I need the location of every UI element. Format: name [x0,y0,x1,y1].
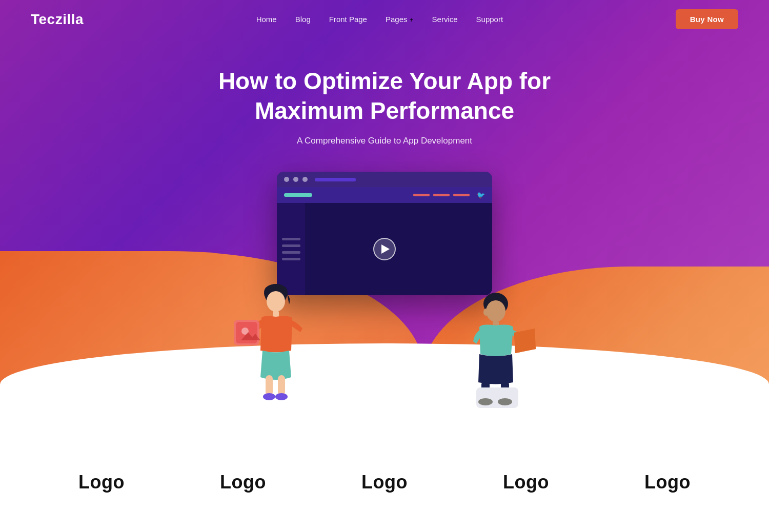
sidebar-line-4 [282,258,300,260]
site-logo[interactable]: Teczilla [31,11,84,28]
nav-item-home[interactable]: Home [256,15,277,24]
svg-point-9 [263,393,275,400]
nav-item-service[interactable]: Service [432,15,458,24]
nav-link-pages[interactable]: Pages [386,15,408,24]
svg-point-12 [486,300,505,322]
nav-item-frontpage[interactable]: Front Page [329,15,367,24]
hero-content: How to Optimize Your App for Maximum Per… [210,0,559,295]
navbar: Teczilla Home Blog Front Page Pages Serv… [0,0,769,38]
svg-point-13 [483,309,489,316]
sidebar-line-2 [282,244,300,247]
play-button[interactable] [373,238,396,260]
browser-nav-line-1 [413,194,430,196]
character-left [231,275,323,415]
svg-rect-8 [278,375,285,396]
browser-nav-lines [413,194,470,196]
hero-title: How to Optimize Your App for Maximum Per… [210,67,559,126]
logo-item-2: Logo [220,472,266,493]
nav-link-blog[interactable]: Blog [295,15,311,24]
browser-dot-1 [284,177,289,182]
browser-dot-3 [302,177,308,182]
wave-white [0,343,769,446]
character-right [454,288,538,418]
nav-link-support[interactable]: Support [476,15,503,24]
nav-item-pages[interactable]: Pages [386,15,414,24]
nav-item-support[interactable]: Support [476,15,503,24]
nav-links: Home Blog Front Page Pages Service Suppo… [256,15,503,24]
svg-point-18 [478,398,493,405]
nav-link-service[interactable]: Service [432,15,458,24]
play-triangle-icon [381,244,390,254]
browser-titlebar [277,172,492,187]
svg-point-1 [267,291,285,312]
browser-nav-line-2 [433,194,450,196]
nav-link-home[interactable]: Home [256,15,277,24]
buy-now-button[interactable]: Buy Now [676,9,738,29]
browser-toolbar: 🐦 [277,187,492,203]
twitter-icon: 🐦 [477,191,485,199]
svg-point-10 [275,393,288,400]
browser-dot-2 [293,177,298,182]
logo-item-3: Logo [361,472,408,493]
browser-nav-line-3 [453,194,470,196]
logo-item-5: Logo [644,472,691,493]
logos-section: Logo Logo Logo Logo Logo [0,446,769,514]
svg-point-19 [498,398,512,405]
sidebar-line-3 [282,251,300,254]
nav-item-blog[interactable]: Blog [295,15,311,24]
browser-search-bar [284,193,312,197]
logo-item-4: Logo [503,472,549,493]
hero-subtitle: A Comprehensive Guide to App Development [210,136,559,146]
nav-link-frontpage[interactable]: Front Page [329,15,367,24]
svg-rect-7 [266,375,273,396]
logo-item-1: Logo [78,472,125,493]
sidebar-line-1 [282,238,300,240]
browser-url-bar [315,178,356,181]
